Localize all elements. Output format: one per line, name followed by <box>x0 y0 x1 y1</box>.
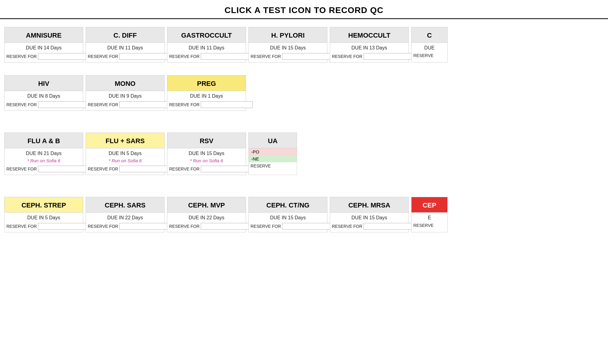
reserve-input-hemoccult[interactable] <box>364 53 415 60</box>
card-gastroccult-header: GASTROCCULT <box>167 27 246 43</box>
card-flusars-header: FLU + SARS <box>86 133 164 148</box>
card-mono[interactable]: MONO DUE IN 9 Days RESERVE FOR <box>86 75 165 111</box>
reserve-input-mono[interactable] <box>119 101 171 108</box>
card-hiv-header: HIV <box>5 76 83 91</box>
card-ceph-mrsa-header: CEPH. MRSA <box>330 197 408 213</box>
card-partial-1[interactable]: C DUE RESERVE <box>411 27 448 62</box>
card-ceph-ctng-due: DUE IN 15 Days <box>249 213 327 222</box>
card-ceph-sars-header: CEPH. SARS <box>86 197 164 213</box>
reserve-label: RESERVE <box>251 163 271 168</box>
reserve-input-ceph-strep[interactable] <box>38 223 90 230</box>
card-fluab-reserve: RESERVE FOR <box>5 164 83 175</box>
card-ua[interactable]: UA -PO -NE RESERVE <box>248 133 297 175</box>
reserve-label: RESERVE FOR <box>169 167 200 171</box>
card-fluab-due: DUE IN 21 Days <box>5 148 83 157</box>
card-ceph-strep-header: CEPH. STREP <box>5 197 83 213</box>
reserve-input-ceph-mvp[interactable] <box>201 223 253 230</box>
card-ceph-ctng-header: CEPH. CT/NG <box>249 197 327 213</box>
card-hiv[interactable]: HIV DUE IN 8 Days RESERVE FOR <box>4 75 83 111</box>
card-hiv-due: DUE IN 8 Days <box>5 91 83 100</box>
card-rsv-due: DUE IN 15 Days <box>167 148 246 157</box>
reserve-input-flusars[interactable] <box>119 166 171 172</box>
card-rsv-reserve: RESERVE FOR <box>167 164 246 175</box>
card-preg-due: DUE IN 1 Days <box>167 91 246 100</box>
ua-neg-row: -NE <box>249 155 297 162</box>
reserve-label: RESERVE FOR <box>251 54 281 59</box>
reserve-label: RESERVE FOR <box>169 224 200 229</box>
card-ceph-sars-reserve: RESERVE FOR <box>86 222 164 232</box>
reserve-label: RESERVE FOR <box>251 224 281 229</box>
card-partial-1-due: DUE <box>412 43 447 52</box>
card-gastroccult[interactable]: GASTROCCULT DUE IN 11 Days RESERVE FOR <box>167 27 246 62</box>
card-ceph-sars[interactable]: CEPH. SARS DUE IN 22 Days RESERVE FOR <box>86 197 165 232</box>
reserve-label: RESERVE <box>413 223 434 228</box>
card-cdiff-due: DUE IN 11 Days <box>86 43 164 52</box>
reserve-input-fluab[interactable] <box>38 166 90 172</box>
card-ceph-mvp-header: CEPH. MVP <box>167 197 246 213</box>
reserve-input-hpylori[interactable] <box>282 53 334 60</box>
card-ceph-mrsa[interactable]: CEPH. MRSA DUE IN 15 Days RESERVE FOR <box>330 197 409 232</box>
reserve-label: RESERVE FOR <box>88 224 118 229</box>
card-gastroccult-due: DUE IN 11 Days <box>167 43 246 52</box>
reserve-label: RESERVE FOR <box>6 167 37 171</box>
card-ceph-mvp-reserve: RESERVE FOR <box>167 222 246 232</box>
reserve-input-amnisure[interactable] <box>38 53 90 60</box>
reserve-input-hiv[interactable] <box>38 101 90 108</box>
card-partial-1-reserve: RESERVE <box>412 52 447 60</box>
card-flusars-sofia: * Run on Sofia 6 <box>86 157 164 164</box>
card-ceph-mvp-due: DUE IN 22 Days <box>167 213 246 222</box>
reserve-label: RESERVE FOR <box>6 102 37 107</box>
card-hpylori[interactable]: H. PYLORI DUE IN 15 Days RESERVE FOR <box>248 27 327 62</box>
card-ceph-mvp[interactable]: CEPH. MVP DUE IN 22 Days RESERVE FOR <box>167 197 246 232</box>
reserve-input-ceph-ctng[interactable] <box>282 223 334 230</box>
card-hpylori-header: H. PYLORI <box>249 27 327 43</box>
card-preg[interactable]: PREG DUE IN 1 Days RESERVE FOR <box>167 75 246 111</box>
reserve-label: RESERVE <box>413 53 434 58</box>
reserve-input-ceph-sars[interactable] <box>119 223 171 230</box>
card-cdiff[interactable]: C. DIFF DUE IN 11 Days RESERVE FOR <box>86 27 165 62</box>
card-ceph-mrsa-reserve: RESERVE FOR <box>330 222 408 232</box>
card-ceph-partial[interactable]: CEP E RESERVE <box>411 197 448 232</box>
reserve-input-preg[interactable] <box>201 101 253 108</box>
card-rsv[interactable]: RSV DUE IN 15 Days * Run on Sofia 6 RESE… <box>167 133 246 175</box>
card-rsv-sofia: * Run on Sofia 6 <box>167 157 246 164</box>
card-hemoccult-due: DUE IN 13 Days <box>330 43 408 52</box>
card-ceph-sars-due: DUE IN 22 Days <box>86 213 164 222</box>
card-ceph-ctng[interactable]: CEPH. CT/NG DUE IN 15 Days RESERVE FOR <box>248 197 327 232</box>
reserve-input-ceph-mrsa[interactable] <box>364 223 415 230</box>
card-mono-due: DUE IN 9 Days <box>86 91 164 100</box>
card-fluab-header: FLU A & B <box>5 133 83 148</box>
reserve-label: RESERVE FOR <box>169 102 200 107</box>
ua-pos-row: -PO <box>249 148 297 155</box>
card-ceph-strep[interactable]: CEPH. STREP DUE IN 5 Days RESERVE FOR <box>4 197 83 232</box>
card-ceph-partial-reserve: RESERVE <box>412 222 447 230</box>
reserve-label: RESERVE FOR <box>6 54 37 59</box>
card-rsv-header: RSV <box>167 133 246 148</box>
card-ceph-strep-due: DUE IN 5 Days <box>5 213 83 222</box>
card-ua-reserve: RESERVE <box>249 162 297 171</box>
card-ceph-mrsa-due: DUE IN 15 Days <box>330 213 408 222</box>
card-hemoccult-header: HEMOCCULT <box>330 27 408 43</box>
card-amnisure-reserve: RESERVE FOR <box>5 52 83 62</box>
row-2: HIV DUE IN 8 Days RESERVE FOR MONO DUE I… <box>3 73 605 113</box>
card-cdiff-header: C. DIFF <box>86 27 164 43</box>
card-flusars[interactable]: FLU + SARS DUE IN 5 Days * Run on Sofia … <box>86 133 165 175</box>
reserve-input-rsv[interactable] <box>201 166 253 172</box>
reserve-label: RESERVE FOR <box>332 54 362 59</box>
card-hpylori-due: DUE IN 15 Days <box>249 43 327 52</box>
reserve-label: RESERVE FOR <box>332 224 362 229</box>
card-amnisure-due: DUE IN 14 Days <box>5 43 83 52</box>
card-flusars-reserve: RESERVE FOR <box>86 164 164 175</box>
card-hemoccult[interactable]: HEMOCCULT DUE IN 13 Days RESERVE FOR <box>330 27 409 62</box>
card-cdiff-reserve: RESERVE FOR <box>86 52 164 62</box>
reserve-input-gastroccult[interactable] <box>201 53 253 60</box>
reserve-input-cdiff[interactable] <box>119 53 171 60</box>
card-gastroccult-reserve: RESERVE FOR <box>167 52 246 62</box>
card-amnisure[interactable]: AMNISURE DUE IN 14 Days RESERVE FOR <box>4 27 83 62</box>
reserve-label: RESERVE FOR <box>169 54 200 59</box>
card-mono-reserve: RESERVE FOR <box>86 100 164 110</box>
card-ceph-strep-reserve: RESERVE FOR <box>5 222 83 232</box>
card-ceph-ctng-reserve: RESERVE FOR <box>249 222 327 232</box>
row-1: AMNISURE DUE IN 14 Days RESERVE FOR C. D… <box>3 25 605 64</box>
card-fluab[interactable]: FLU A & B DUE IN 21 Days * Run on Sofia … <box>4 133 83 175</box>
